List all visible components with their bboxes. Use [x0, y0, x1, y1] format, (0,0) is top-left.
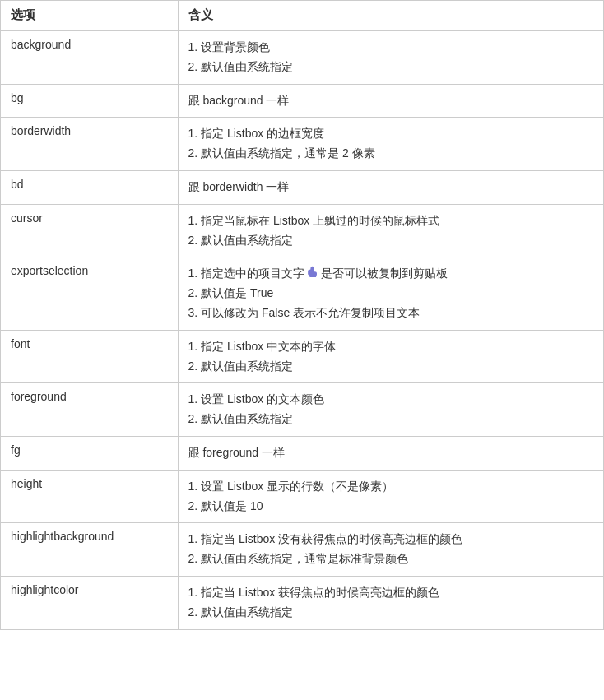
option-cell: bg [1, 84, 178, 118]
meaning-cell: 1. 指定当 Listbox 获得焦点的时候高亮边框的颜色2. 默认值由系统指定 [178, 576, 603, 628]
meaning-line: 1. 设置 Listbox 显示的行数（不是像素） [188, 477, 594, 497]
column-header-meaning: 含义 [178, 1, 603, 30]
option-cell: cursor [1, 204, 178, 257]
table-body: background1. 设置背景颜色2. 默认值由系统指定bg跟 backgr… [1, 30, 603, 629]
option-cell: highlightbackground [1, 523, 178, 577]
option-cell: borderwidth [1, 118, 178, 171]
meaning-line: 2. 默认值由系统指定 [188, 58, 594, 77]
meaning-cell: 跟 borderwidth 一样 [178, 170, 603, 204]
table-row: exportselection1. 指定选中的项目文字是否可以被复制到剪贴板2.… [1, 257, 603, 330]
cursor-icon [304, 265, 321, 281]
meaning-line: 2. 默认值是 True [188, 284, 594, 304]
meaning-line: 1. 指定当 Listbox 没有获得焦点的时候高亮边框的颜色 [188, 530, 594, 549]
meaning-line: 1. 指定当 Listbox 获得焦点的时候高亮边框的颜色 [188, 583, 594, 603]
meaning-line: 1. 指定当鼠标在 Listbox 上飘过的时候的鼠标样式 [188, 211, 594, 231]
table-row: font1. 指定 Listbox 中文本的字体2. 默认值由系统指定 [1, 330, 603, 383]
meaning-line: 1. 设置背景颜色 [188, 38, 594, 58]
meaning-cell: 1. 设置 Listbox 显示的行数（不是像素）2. 默认值是 10 [178, 470, 603, 523]
meaning-line: 跟 foreground 一样 [188, 443, 594, 463]
meaning-cell: 1. 指定 Listbox 的边框宽度2. 默认值由系统指定，通常是 2 像素 [178, 118, 603, 171]
meaning-line: 2. 默认值由系统指定 [188, 357, 594, 377]
table-row: bg跟 background 一样 [1, 84, 603, 118]
option-cell: font [1, 330, 178, 383]
table-row: highlightbackground1. 指定当 Listbox 没有获得焦点… [1, 523, 603, 577]
meaning-cell: 1. 指定选中的项目文字是否可以被复制到剪贴板2. 默认值是 True3. 可以… [178, 257, 603, 330]
meaning-line: 跟 background 一样 [188, 91, 594, 111]
meaning-line: 2. 默认值是 10 [188, 497, 594, 517]
meaning-cell: 1. 设置背景颜色2. 默认值由系统指定 [178, 30, 603, 84]
option-cell: fg [1, 436, 178, 470]
option-cell: height [1, 470, 178, 523]
option-cell: exportselection [1, 257, 178, 330]
table-row: bd跟 borderwidth 一样 [1, 170, 603, 204]
table-row: borderwidth1. 指定 Listbox 的边框宽度2. 默认值由系统指… [1, 118, 603, 171]
meaning-cell: 1. 指定 Listbox 中文本的字体2. 默认值由系统指定 [178, 330, 603, 383]
table-row: fg跟 foreground 一样 [1, 436, 603, 470]
meaning-line: 2. 默认值由系统指定 [188, 603, 594, 623]
option-cell: foreground [1, 383, 178, 437]
meaning-cell: 跟 background 一样 [178, 84, 603, 118]
option-cell: background [1, 30, 178, 84]
meaning-line: 2. 默认值由系统指定，通常是标准背景颜色 [188, 549, 594, 569]
meaning-cell: 1. 设置 Listbox 的文本颜色2. 默认值由系统指定 [178, 383, 603, 437]
table-row: foreground1. 设置 Listbox 的文本颜色2. 默认值由系统指定 [1, 383, 603, 437]
meaning-cell: 1. 指定当鼠标在 Listbox 上飘过的时候的鼠标样式2. 默认值由系统指定 [178, 204, 603, 257]
meaning-line: 2. 默认值由系统指定，通常是 2 像素 [188, 144, 594, 164]
meaning-line: 1. 指定选中的项目文字是否可以被复制到剪贴板 [188, 264, 594, 284]
table-row: background1. 设置背景颜色2. 默认值由系统指定 [1, 30, 603, 84]
option-cell: bd [1, 170, 178, 204]
main-table-container: 选项 含义 background1. 设置背景颜色2. 默认值由系统指定bg跟 … [0, 0, 604, 630]
meaning-line: 1. 指定 Listbox 的边框宽度 [188, 124, 594, 144]
table-header-row: 选项 含义 [1, 1, 603, 30]
meaning-line: 1. 指定 Listbox 中文本的字体 [188, 337, 594, 357]
meaning-line: 1. 设置 Listbox 的文本颜色 [188, 390, 594, 410]
table-row: height1. 设置 Listbox 显示的行数（不是像素）2. 默认值是 1… [1, 470, 603, 523]
table-row: highlightcolor1. 指定当 Listbox 获得焦点的时候高亮边框… [1, 576, 603, 628]
meaning-cell: 1. 指定当 Listbox 没有获得焦点的时候高亮边框的颜色2. 默认值由系统… [178, 523, 603, 577]
meaning-line: 3. 可以修改为 False 表示不允许复制项目文本 [188, 304, 594, 323]
meaning-cell: 跟 foreground 一样 [178, 436, 603, 470]
meaning-line: 2. 默认值由系统指定 [188, 410, 594, 429]
table-row: cursor1. 指定当鼠标在 Listbox 上飘过的时候的鼠标样式2. 默认… [1, 204, 603, 257]
options-table: 选项 含义 background1. 设置背景颜色2. 默认值由系统指定bg跟 … [1, 1, 603, 629]
column-header-option: 选项 [1, 1, 178, 30]
meaning-line: 2. 默认值由系统指定 [188, 231, 594, 251]
meaning-line: 跟 borderwidth 一样 [188, 178, 594, 197]
option-cell: highlightcolor [1, 576, 178, 628]
